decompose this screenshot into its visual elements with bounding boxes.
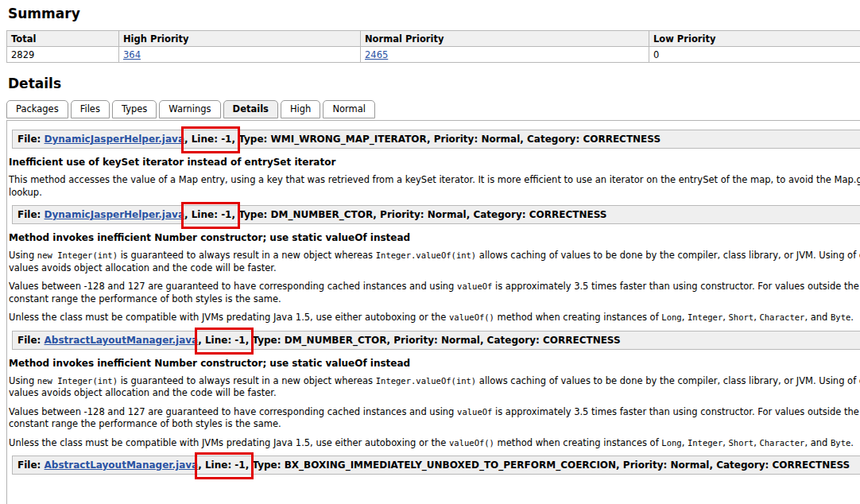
summary-table: Total High Priority Normal Priority Low …	[6, 30, 860, 63]
line-number-segment: , Line: -1,	[198, 335, 249, 346]
inline-code: Byte	[831, 312, 850, 322]
inline-code: new Integer(int)	[37, 250, 118, 260]
normal-priority-count-link[interactable]: 2465	[365, 49, 388, 60]
inline-code: Integer	[688, 312, 722, 322]
warning-paragraph: This method accesses the value of a Map …	[9, 174, 860, 199]
warning-paragraph: Values between -128 and 127 are guarante…	[9, 281, 860, 305]
inline-code: Short	[729, 312, 754, 322]
tab-packages[interactable]: Packages	[6, 100, 68, 118]
file-link[interactable]: AbstractLayoutManager.java	[45, 335, 199, 346]
inline-code: new Integer(int)	[37, 376, 118, 386]
warning-paragraph: Using new Integer(int) is guaranteed to …	[9, 375, 860, 400]
line-number-segment: , Line: -1,	[198, 459, 249, 471]
warning-description: Using new Integer(int) is guaranteed to …	[9, 250, 860, 324]
warning-paragraph: Unless the class must be compatible with…	[9, 437, 860, 450]
warning-entry: File: DynamicJasperHelper.java, Line: -1…	[8, 205, 860, 324]
inline-code: Integer.valueOf(int)	[376, 250, 476, 260]
warning-meta: Type: DM_NUMBER_CTOR, Priority: Normal, …	[235, 209, 606, 220]
tab-types[interactable]: Types	[112, 100, 157, 118]
warning-entry: File: DynamicJasperHelper.java, Line: -1…	[8, 130, 860, 199]
inline-code: valueOf	[457, 281, 492, 291]
warning-paragraph: Unless the class must be compatible with…	[9, 312, 860, 324]
details-tab-bar: Packages Files Types Warnings Details Hi…	[6, 100, 860, 118]
inline-code: Character	[759, 438, 804, 448]
warning-meta: Type: WMI_WRONG_MAP_ITERATOR, Priority: …	[235, 134, 660, 145]
tab-files[interactable]: Files	[71, 100, 110, 118]
inline-code: Short	[729, 438, 754, 448]
tab-warnings[interactable]: Warnings	[159, 100, 220, 118]
col-header-normal-priority: Normal Priority	[361, 31, 649, 47]
inline-code: valueOf()	[449, 438, 494, 448]
warning-paragraph: Using new Integer(int) is guaranteed to …	[9, 250, 860, 274]
inline-code: Character	[759, 312, 804, 322]
warning-title: Method invokes inefficient Number constr…	[9, 359, 860, 369]
line-number-segment: , Line: -1,	[184, 134, 235, 145]
line-number-segment: , Line: -1,	[184, 209, 235, 220]
inline-code: Integer	[688, 438, 722, 448]
warning-title: Inefficient use of keySet iterator inste…	[9, 157, 860, 168]
details-heading: Details	[8, 76, 860, 91]
inline-code: Byte	[831, 438, 850, 448]
low-priority-count: 0	[649, 47, 860, 63]
warning-description: This method accesses the value of a Map …	[9, 174, 860, 199]
summary-data-row: 2829 364 2465 0	[7, 47, 860, 63]
inline-code: Integer.valueOf(int)	[376, 376, 476, 386]
summary-header-row: Total High Priority Normal Priority Low …	[7, 31, 860, 47]
inline-code: Long	[661, 438, 681, 448]
warning-file-row: File: DynamicJasperHelper.java, Line: -1…	[12, 205, 860, 224]
summary-heading: Summary	[8, 6, 860, 21]
warning-file-row: File: AbstractLayoutManager.java, Line: …	[12, 331, 860, 350]
inline-code: Long	[661, 312, 681, 322]
file-link[interactable]: DynamicJasperHelper.java	[45, 209, 184, 220]
warning-description: Using new Integer(int) is guaranteed to …	[9, 375, 860, 450]
warning-file-row: File: DynamicJasperHelper.java, Line: -1…	[12, 130, 860, 149]
file-link[interactable]: DynamicJasperHelper.java	[45, 134, 184, 145]
warning-meta: Type: DM_NUMBER_CTOR, Priority: Normal, …	[249, 335, 620, 346]
file-label: File:	[17, 459, 45, 471]
warning-file-row: File: AbstractLayoutManager.java, Line: …	[12, 456, 860, 475]
total-count: 2829	[7, 47, 119, 63]
col-header-high-priority: High Priority	[119, 31, 361, 47]
col-header-total: Total	[7, 31, 119, 47]
file-label: File:	[17, 335, 45, 346]
col-header-low-priority: Low Priority	[649, 31, 860, 47]
inline-code: valueOf()	[449, 312, 494, 322]
file-label: File:	[17, 209, 45, 220]
warning-meta: Type: BX_BOXING_IMMEDIATELY_UNBOXED_TO_P…	[249, 459, 850, 471]
warning-entry: File: AbstractLayoutManager.java, Line: …	[8, 456, 860, 475]
inline-code: valueOf	[457, 407, 492, 417]
file-label: File:	[17, 134, 45, 145]
tab-high[interactable]: High	[281, 100, 320, 118]
tab-normal[interactable]: Normal	[323, 100, 375, 118]
file-link[interactable]: AbstractLayoutManager.java	[45, 459, 199, 471]
tab-details[interactable]: Details	[223, 100, 278, 118]
warning-paragraph: Values between -128 and 127 are guarante…	[9, 406, 860, 431]
details-tab-content: File: DynamicJasperHelper.java, Line: -1…	[6, 120, 860, 504]
high-priority-count-link[interactable]: 364	[123, 49, 141, 60]
warning-entry: File: AbstractLayoutManager.java, Line: …	[8, 331, 860, 450]
warning-title: Method invokes inefficient Number constr…	[9, 233, 860, 243]
